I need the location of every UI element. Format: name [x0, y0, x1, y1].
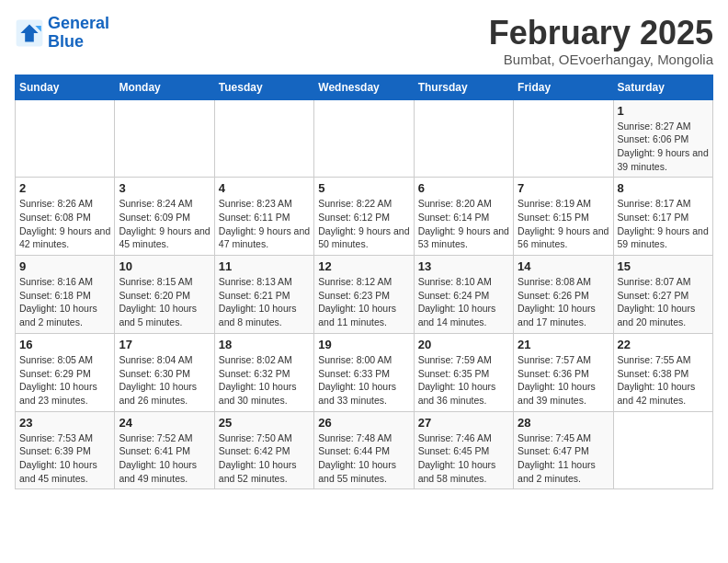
day-cell: 28Sunrise: 7:45 AM Sunset: 6:47 PM Dayli…: [514, 411, 613, 489]
calendar-header: SundayMondayTuesdayWednesdayThursdayFrid…: [16, 75, 713, 99]
day-cell: 4Sunrise: 8:23 AM Sunset: 6:11 PM Daylig…: [214, 178, 313, 256]
day-number: 13: [418, 259, 509, 273]
day-cell: [514, 99, 613, 178]
day-info: Sunrise: 8:27 AM Sunset: 6:06 PM Dayligh…: [618, 120, 709, 174]
day-info: Sunrise: 8:10 AM Sunset: 6:24 PM Dayligh…: [418, 275, 509, 329]
day-info: Sunrise: 7:53 AM Sunset: 6:39 PM Dayligh…: [19, 431, 110, 486]
day-number: 21: [518, 338, 609, 351]
calendar-subtitle: Bumbat, OEvoerhangay, Mongolia: [489, 52, 713, 67]
day-cell: 22Sunrise: 7:55 AM Sunset: 6:38 PM Dayli…: [613, 333, 712, 411]
day-cell: 2Sunrise: 8:26 AM Sunset: 6:08 PM Daylig…: [16, 178, 115, 256]
day-cell: 3Sunrise: 8:24 AM Sunset: 6:09 PM Daylig…: [115, 178, 214, 256]
day-info: Sunrise: 7:52 AM Sunset: 6:41 PM Dayligh…: [119, 431, 210, 486]
day-number: 18: [219, 338, 310, 351]
day-info: Sunrise: 8:16 AM Sunset: 6:18 PM Dayligh…: [19, 275, 110, 329]
day-cell: 25Sunrise: 7:50 AM Sunset: 6:42 PM Dayli…: [214, 411, 313, 489]
day-cell: 27Sunrise: 7:46 AM Sunset: 6:45 PM Dayli…: [414, 411, 513, 489]
day-info: Sunrise: 8:05 AM Sunset: 6:29 PM Dayligh…: [19, 353, 110, 408]
day-number: 28: [518, 416, 609, 430]
calendar-table: SundayMondayTuesdayWednesdayThursdayFrid…: [15, 75, 713, 490]
day-info: Sunrise: 7:45 AM Sunset: 6:47 PM Dayligh…: [518, 431, 609, 486]
day-cell: 17Sunrise: 8:04 AM Sunset: 6:30 PM Dayli…: [115, 333, 214, 411]
day-cell: 13Sunrise: 8:10 AM Sunset: 6:24 PM Dayli…: [414, 256, 513, 334]
day-number: 19: [318, 338, 409, 351]
day-number: 25: [219, 416, 310, 430]
day-number: 10: [119, 259, 210, 273]
day-number: 22: [618, 338, 709, 351]
day-info: Sunrise: 7:48 AM Sunset: 6:44 PM Dayligh…: [318, 431, 409, 486]
day-info: Sunrise: 8:24 AM Sunset: 6:09 PM Dayligh…: [119, 197, 210, 251]
week-row-0: 1Sunrise: 8:27 AM Sunset: 6:06 PM Daylig…: [16, 99, 713, 178]
header-day-tuesday: Tuesday: [214, 75, 313, 99]
day-number: 6: [418, 181, 509, 195]
day-cell: 8Sunrise: 8:17 AM Sunset: 6:17 PM Daylig…: [613, 178, 712, 256]
day-cell: [115, 99, 214, 178]
day-cell: [214, 99, 313, 178]
day-info: Sunrise: 8:20 AM Sunset: 6:14 PM Dayligh…: [418, 197, 509, 251]
day-info: Sunrise: 7:55 AM Sunset: 6:38 PM Dayligh…: [618, 353, 709, 408]
day-number: 1: [618, 104, 709, 118]
day-cell: 18Sunrise: 8:02 AM Sunset: 6:32 PM Dayli…: [214, 333, 313, 411]
day-cell: 26Sunrise: 7:48 AM Sunset: 6:44 PM Dayli…: [314, 411, 414, 489]
logo-text: General Blue: [48, 15, 109, 52]
day-cell: [613, 411, 712, 489]
day-info: Sunrise: 8:08 AM Sunset: 6:26 PM Dayligh…: [518, 275, 609, 329]
week-row-4: 23Sunrise: 7:53 AM Sunset: 6:39 PM Dayli…: [16, 411, 713, 489]
week-row-2: 9Sunrise: 8:16 AM Sunset: 6:18 PM Daylig…: [16, 256, 713, 334]
day-cell: 10Sunrise: 8:15 AM Sunset: 6:20 PM Dayli…: [115, 256, 214, 334]
day-cell: 20Sunrise: 7:59 AM Sunset: 6:35 PM Dayli…: [414, 333, 513, 411]
header-day-sunday: Sunday: [16, 75, 115, 99]
day-number: 16: [19, 338, 110, 351]
header-day-monday: Monday: [115, 75, 214, 99]
day-cell: [414, 99, 513, 178]
day-cell: 19Sunrise: 8:00 AM Sunset: 6:33 PM Dayli…: [314, 333, 414, 411]
logo: General Blue: [15, 15, 109, 52]
day-cell: 6Sunrise: 8:20 AM Sunset: 6:14 PM Daylig…: [414, 178, 513, 256]
header-day-thursday: Thursday: [414, 75, 513, 99]
header-day-wednesday: Wednesday: [314, 75, 414, 99]
header-row: SundayMondayTuesdayWednesdayThursdayFrid…: [16, 75, 713, 99]
week-row-1: 2Sunrise: 8:26 AM Sunset: 6:08 PM Daylig…: [16, 178, 713, 256]
logo-icon: [15, 18, 44, 48]
day-info: Sunrise: 8:26 AM Sunset: 6:08 PM Dayligh…: [19, 197, 110, 251]
day-info: Sunrise: 8:13 AM Sunset: 6:21 PM Dayligh…: [219, 275, 310, 329]
day-cell: 7Sunrise: 8:19 AM Sunset: 6:15 PM Daylig…: [514, 178, 613, 256]
day-number: 17: [119, 338, 210, 351]
day-number: 9: [19, 259, 110, 273]
day-number: 8: [618, 181, 709, 195]
day-number: 5: [318, 181, 409, 195]
day-cell: 23Sunrise: 7:53 AM Sunset: 6:39 PM Dayli…: [16, 411, 115, 489]
day-number: 23: [19, 416, 110, 430]
day-info: Sunrise: 8:19 AM Sunset: 6:15 PM Dayligh…: [518, 197, 609, 251]
day-number: 4: [219, 181, 310, 195]
day-info: Sunrise: 8:15 AM Sunset: 6:20 PM Dayligh…: [119, 275, 210, 329]
day-cell: 5Sunrise: 8:22 AM Sunset: 6:12 PM Daylig…: [314, 178, 414, 256]
day-info: Sunrise: 7:46 AM Sunset: 6:45 PM Dayligh…: [418, 431, 509, 486]
day-cell: 1Sunrise: 8:27 AM Sunset: 6:06 PM Daylig…: [613, 99, 712, 178]
day-cell: 16Sunrise: 8:05 AM Sunset: 6:29 PM Dayli…: [16, 333, 115, 411]
day-number: 14: [518, 259, 609, 273]
day-info: Sunrise: 8:07 AM Sunset: 6:27 PM Dayligh…: [618, 275, 709, 329]
day-cell: [16, 99, 115, 178]
day-cell: 15Sunrise: 8:07 AM Sunset: 6:27 PM Dayli…: [613, 256, 712, 334]
day-info: Sunrise: 8:04 AM Sunset: 6:30 PM Dayligh…: [119, 353, 210, 408]
header-day-friday: Friday: [514, 75, 613, 99]
day-info: Sunrise: 8:02 AM Sunset: 6:32 PM Dayligh…: [219, 353, 310, 408]
header-day-saturday: Saturday: [613, 75, 712, 99]
day-info: Sunrise: 7:59 AM Sunset: 6:35 PM Dayligh…: [418, 353, 509, 408]
calendar-title: February 2025: [489, 15, 713, 52]
day-cell: 12Sunrise: 8:12 AM Sunset: 6:23 PM Dayli…: [314, 256, 414, 334]
day-number: 15: [618, 259, 709, 273]
day-info: Sunrise: 7:50 AM Sunset: 6:42 PM Dayligh…: [219, 431, 310, 486]
day-number: 27: [418, 416, 509, 430]
day-cell: 9Sunrise: 8:16 AM Sunset: 6:18 PM Daylig…: [16, 256, 115, 334]
week-row-3: 16Sunrise: 8:05 AM Sunset: 6:29 PM Dayli…: [16, 333, 713, 411]
day-number: 24: [119, 416, 210, 430]
day-info: Sunrise: 8:22 AM Sunset: 6:12 PM Dayligh…: [318, 197, 409, 251]
day-info: Sunrise: 8:12 AM Sunset: 6:23 PM Dayligh…: [318, 275, 409, 329]
page-header: General Blue February 2025 Bumbat, OEvoe…: [15, 15, 713, 67]
day-number: 2: [19, 181, 110, 195]
day-number: 12: [318, 259, 409, 273]
day-info: Sunrise: 8:00 AM Sunset: 6:33 PM Dayligh…: [318, 353, 409, 408]
day-cell: 11Sunrise: 8:13 AM Sunset: 6:21 PM Dayli…: [214, 256, 313, 334]
